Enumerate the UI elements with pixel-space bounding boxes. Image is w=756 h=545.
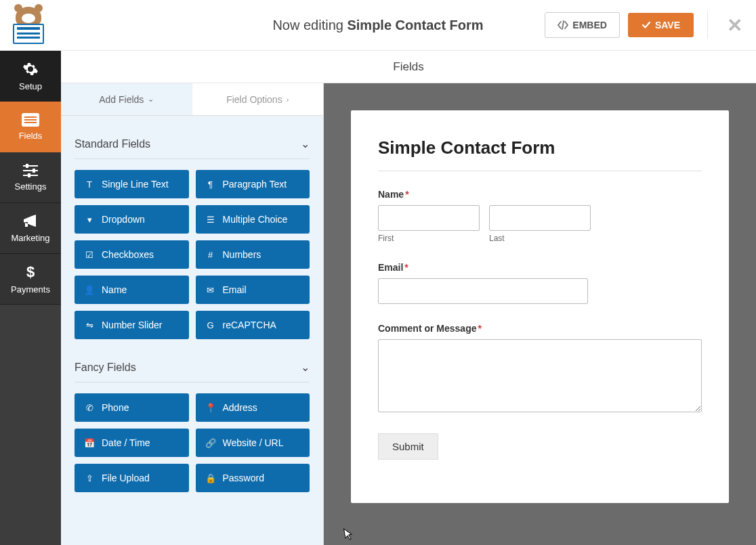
slider-icon: ⇋	[84, 320, 95, 330]
recaptcha-icon: G	[205, 320, 216, 330]
section-fancy-title: Fancy Fields	[75, 362, 136, 374]
bullhorn-icon	[22, 214, 39, 229]
field-type-recaptcha[interactable]: GreCAPTCHA	[196, 311, 310, 339]
name-icon: 👤	[84, 285, 95, 295]
section-fancy-fields[interactable]: Fancy Fields ⌄	[75, 353, 310, 383]
svg-rect-8	[33, 169, 35, 173]
name-label: Name*	[378, 189, 702, 200]
field-type-dropdown[interactable]: ▾Dropdown	[75, 205, 189, 234]
field-comment[interactable]: Comment or Message*	[378, 323, 702, 414]
field-type-paragraph[interactable]: ¶Paragraph Text	[196, 170, 310, 198]
required-marker: *	[404, 262, 408, 273]
tab-field-options-label: Field Options	[226, 94, 282, 105]
field-type-slider[interactable]: ⇋Number Slider	[75, 311, 189, 339]
nav-marketing[interactable]: Marketing	[0, 203, 61, 254]
chevron-down-icon: ⌄	[301, 137, 310, 150]
form-preview[interactable]: Simple Contact Form Name* First Last	[351, 110, 729, 503]
embed-button[interactable]: EMBED	[545, 12, 620, 38]
field-type-label: Date / Time	[102, 437, 150, 448]
field-type-label: Name	[102, 284, 127, 295]
standard-field-grid: TSingle Line Text¶Paragraph Text▾Dropdow…	[75, 170, 310, 339]
url-icon: 🔗	[205, 438, 216, 448]
nav-fields-label: Fields	[19, 131, 43, 141]
panel-body[interactable]: Standard Fields ⌄ TSingle Line Text¶Para…	[61, 116, 323, 545]
section-standard-fields[interactable]: Standard Fields ⌄	[75, 129, 310, 159]
code-icon	[558, 20, 568, 30]
field-type-multiple[interactable]: ☰Multiple Choice	[196, 205, 310, 234]
field-type-label: File Upload	[102, 473, 150, 483]
nav-fields[interactable]: Fields	[0, 102, 61, 152]
required-marker: *	[405, 189, 408, 200]
upload-icon: ⇧	[84, 473, 95, 483]
field-type-name[interactable]: 👤Name	[75, 276, 189, 304]
required-marker: *	[478, 323, 481, 334]
topbar-actions: EMBED SAVE ✕	[545, 12, 748, 39]
nav-setup-label: Setup	[19, 81, 42, 91]
submit-button[interactable]: Submit	[378, 433, 438, 460]
field-type-label: Password	[223, 473, 264, 483]
field-type-label: Website / URL	[223, 437, 284, 448]
field-type-checkboxes[interactable]: ☑Checkboxes	[75, 240, 189, 269]
field-type-label: Checkboxes	[102, 249, 154, 260]
nav-payments[interactable]: $ Payments	[0, 254, 61, 305]
main-area: Fields Add Fields ⌄ Field Options › Stan…	[61, 51, 756, 545]
wpforms-logo[interactable]	[8, 7, 49, 44]
field-type-label: Multiple Choice	[223, 214, 288, 225]
fields-header: Fields	[61, 51, 756, 83]
last-name-input[interactable]	[489, 205, 591, 231]
tab-field-options[interactable]: Field Options ›	[192, 83, 324, 115]
email-input[interactable]	[378, 278, 588, 304]
field-type-email[interactable]: ✉Email	[196, 276, 310, 304]
left-sidebar: Setup Fields Settings Marketing $ Paymen…	[0, 51, 61, 545]
field-type-single-line[interactable]: TSingle Line Text	[75, 170, 189, 198]
close-button[interactable]: ✕	[721, 14, 748, 37]
nav-payments-label: Payments	[11, 284, 50, 295]
date-icon: 📅	[84, 438, 95, 448]
paragraph-icon: ¶	[205, 179, 216, 190]
field-email[interactable]: Email*	[378, 262, 702, 304]
panel-tabs: Add Fields ⌄ Field Options ›	[61, 83, 323, 116]
field-type-label: reCAPTCHA	[223, 320, 276, 330]
nav-settings[interactable]: Settings	[0, 152, 61, 203]
field-type-upload[interactable]: ⇧File Upload	[75, 464, 189, 492]
chevron-down-icon: ⌄	[301, 361, 310, 374]
comment-textarea[interactable]	[378, 339, 702, 412]
password-icon: 🔒	[205, 473, 216, 483]
save-button[interactable]: SAVE	[628, 13, 694, 37]
first-name-input[interactable]	[378, 205, 480, 231]
field-type-label: Address	[223, 402, 257, 413]
chevron-right-icon: ›	[287, 95, 289, 104]
nav-setup[interactable]: Setup	[0, 51, 61, 102]
field-type-label: Numbers	[223, 249, 261, 260]
address-icon: 📍	[205, 403, 216, 413]
field-type-address[interactable]: 📍Address	[196, 393, 310, 422]
field-type-label: Number Slider	[102, 320, 162, 330]
divider	[707, 12, 708, 39]
dropdown-icon: ▾	[84, 215, 95, 225]
field-type-label: Email	[223, 284, 247, 295]
app-body: Setup Fields Settings Marketing $ Paymen…	[0, 51, 756, 545]
single-line-icon: T	[84, 179, 95, 190]
field-type-phone[interactable]: ✆Phone	[75, 393, 189, 422]
svg-text:$: $	[26, 264, 35, 280]
field-type-password[interactable]: 🔒Password	[196, 464, 310, 492]
field-type-date[interactable]: 📅Date / Time	[75, 429, 189, 457]
form-canvas[interactable]: Simple Contact Form Name* First Last	[324, 83, 756, 545]
editing-prefix: Now editing	[272, 18, 347, 32]
field-name[interactable]: Name* First Last	[378, 189, 702, 243]
svg-rect-9	[28, 173, 30, 177]
field-type-numbers[interactable]: #Numbers	[196, 240, 310, 269]
form-name: Simple Contact Form	[347, 18, 483, 32]
section-standard-title: Standard Fields	[75, 138, 150, 150]
field-type-url[interactable]: 🔗Website / URL	[196, 429, 310, 457]
tab-add-fields-label: Add Fields	[99, 94, 144, 105]
tab-add-fields[interactable]: Add Fields ⌄	[61, 83, 192, 115]
embed-label: EMBED	[572, 20, 607, 30]
field-type-label: Single Line Text	[102, 179, 169, 190]
form-icon	[22, 113, 39, 127]
field-type-label: Phone	[102, 402, 129, 413]
field-type-label: Dropdown	[102, 214, 145, 225]
email-icon: ✉	[205, 285, 216, 295]
nav-settings-label: Settings	[15, 181, 47, 192]
check-icon	[642, 20, 651, 30]
